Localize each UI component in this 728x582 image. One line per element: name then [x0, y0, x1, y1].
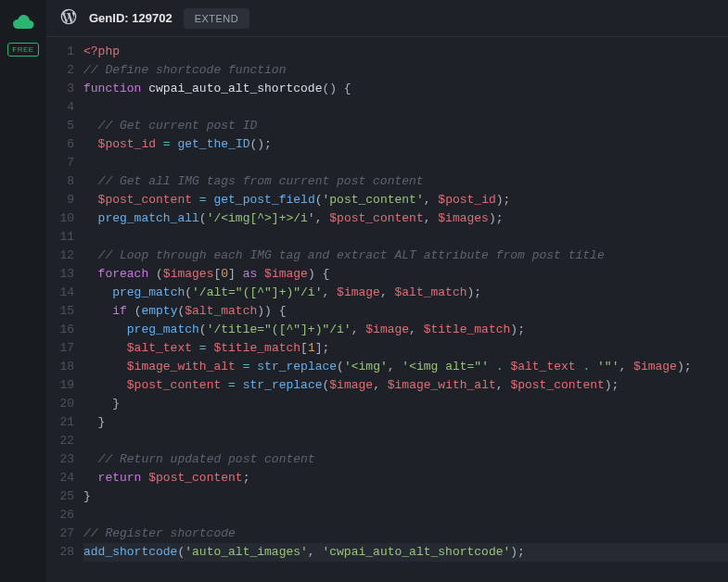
code-line[interactable]: // Loop through each IMG tag and extract…	[83, 247, 728, 265]
code-editor[interactable]: 1234567891011121314151617181920212223242…	[46, 37, 728, 582]
line-number: 7	[46, 154, 74, 172]
line-number: 13	[46, 265, 74, 284]
line-number: 8	[46, 172, 74, 191]
code-line[interactable]	[83, 228, 728, 247]
line-number: 18	[46, 358, 74, 376]
extend-button[interactable]: EXTEND	[184, 8, 250, 29]
code-line[interactable]: preg_match('/title="([^"]+)"/i', $image,…	[83, 321, 728, 339]
line-number: 24	[46, 469, 74, 487]
line-gutter: 1234567891011121314151617181920212223242…	[46, 43, 83, 582]
code-line[interactable]: preg_match_all('/<img[^>]+>/i', $post_co…	[83, 209, 728, 228]
code-line[interactable]: // Get all IMG tags from current post co…	[83, 172, 728, 191]
code-line[interactable]: // Register shortcode	[83, 525, 728, 543]
free-badge: FREE	[7, 43, 38, 57]
line-number: 9	[46, 191, 74, 209]
line-number: 3	[46, 80, 74, 98]
code-content[interactable]: <?php// Define shortcode functionfunctio…	[83, 43, 728, 582]
line-number: 16	[46, 321, 74, 339]
line-number: 20	[46, 395, 74, 413]
line-number: 28	[46, 543, 74, 562]
line-number: 21	[46, 413, 74, 432]
wordpress-icon	[59, 7, 78, 29]
code-line[interactable]: preg_match('/alt="([^"]+)"/i', $image, $…	[83, 284, 728, 302]
code-line[interactable]	[83, 98, 728, 117]
line-number: 17	[46, 339, 74, 358]
code-line[interactable]: <?php	[83, 43, 728, 61]
line-number: 25	[46, 487, 74, 506]
line-number: 2	[46, 61, 74, 80]
line-number: 1	[46, 43, 74, 61]
left-sidebar: FREE	[0, 0, 46, 582]
line-number: 10	[46, 209, 74, 228]
line-number: 27	[46, 525, 74, 543]
line-number: 11	[46, 228, 74, 247]
line-number: 6	[46, 135, 74, 154]
code-line[interactable]: }	[83, 413, 728, 432]
code-line[interactable]: return $post_content;	[83, 469, 728, 487]
code-line[interactable]: if (empty($alt_match)) {	[83, 302, 728, 321]
code-line[interactable]: $post_id = get_the_ID();	[83, 135, 728, 154]
code-line[interactable]: // Define shortcode function	[83, 61, 728, 80]
line-number: 4	[46, 98, 74, 117]
code-line[interactable]	[83, 432, 728, 450]
line-number: 12	[46, 247, 74, 265]
code-line[interactable]: $image_with_alt = str_replace('<img', '<…	[83, 358, 728, 376]
code-line[interactable]: $alt_text = $title_match[1];	[83, 339, 728, 358]
main-area: GenID: 129702 EXTEND 1234567891011121314…	[46, 0, 728, 582]
line-number: 5	[46, 117, 74, 135]
code-line[interactable]: foreach ($images[0] as $image) {	[83, 265, 728, 284]
code-line[interactable]: $post_content = get_post_field('post_con…	[83, 191, 728, 209]
line-number: 14	[46, 284, 74, 302]
code-line[interactable]	[83, 506, 728, 525]
code-line[interactable]: }	[83, 395, 728, 413]
code-line[interactable]: function cwpai_auto_alt_shortcode() {	[83, 80, 728, 98]
code-line[interactable]: $post_content = str_replace($image, $ima…	[83, 376, 728, 395]
code-line[interactable]: }	[83, 487, 728, 506]
line-number: 19	[46, 376, 74, 395]
page-title: GenID: 129702	[89, 11, 172, 25]
code-line[interactable]: // Get current post ID	[83, 117, 728, 135]
code-line[interactable]: add_shortcode('auto_alt_images', 'cwpai_…	[83, 543, 728, 562]
line-number: 23	[46, 450, 74, 469]
code-line[interactable]	[83, 154, 728, 172]
line-number: 26	[46, 506, 74, 525]
cloud-icon	[12, 13, 34, 33]
code-line[interactable]: // Return updated post content	[83, 450, 728, 469]
line-number: 22	[46, 432, 74, 450]
line-number: 15	[46, 302, 74, 321]
header-bar: GenID: 129702 EXTEND	[46, 0, 728, 37]
